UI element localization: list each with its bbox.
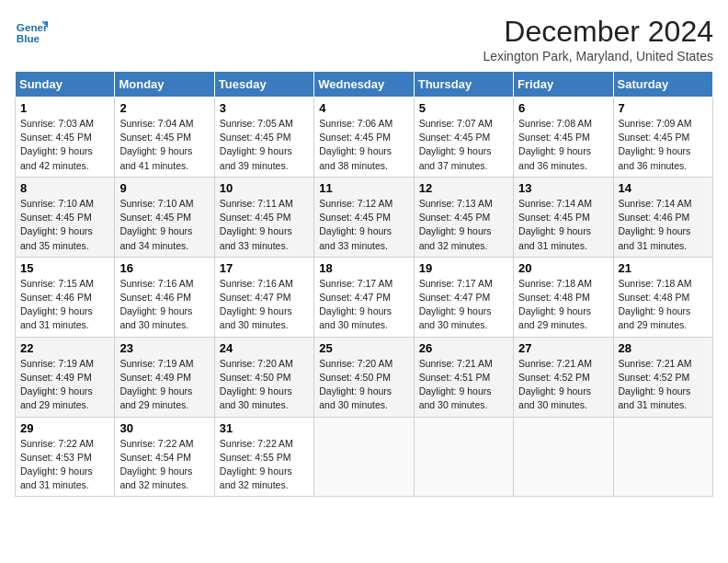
day-info: Sunrise: 7:19 AM Sunset: 4:49 PM Dayligh…: [20, 357, 109, 413]
logo-icon: General Blue: [15, 15, 48, 48]
day-info: Sunrise: 7:16 AM Sunset: 4:47 PM Dayligh…: [220, 277, 309, 333]
calendar-cell: 13 Sunrise: 7:14 AM Sunset: 4:45 PM Dayl…: [514, 177, 613, 257]
calendar-table: SundayMondayTuesdayWednesdayThursdayFrid…: [15, 71, 713, 497]
day-info: Sunrise: 7:17 AM Sunset: 4:47 PM Dayligh…: [319, 277, 408, 333]
day-number: 5: [419, 101, 508, 115]
day-number: 13: [518, 181, 608, 195]
day-number: 27: [518, 341, 608, 355]
calendar-cell: 18 Sunrise: 7:17 AM Sunset: 4:47 PM Dayl…: [314, 257, 414, 337]
day-number: 31: [220, 421, 309, 435]
calendar-cell: 25 Sunrise: 7:20 AM Sunset: 4:50 PM Dayl…: [314, 337, 414, 417]
calendar-cell: 28 Sunrise: 7:21 AM Sunset: 4:52 PM Dayl…: [613, 337, 712, 417]
day-number: 25: [319, 341, 408, 355]
day-number: 14: [619, 181, 708, 195]
day-info: Sunrise: 7:14 AM Sunset: 4:46 PM Dayligh…: [619, 197, 708, 253]
day-info: Sunrise: 7:14 AM Sunset: 4:45 PM Dayligh…: [518, 197, 608, 253]
calendar-cell: [314, 417, 414, 497]
calendar-cell: 15 Sunrise: 7:15 AM Sunset: 4:46 PM Dayl…: [16, 257, 115, 337]
calendar-cell: 20 Sunrise: 7:18 AM Sunset: 4:48 PM Dayl…: [514, 257, 613, 337]
calendar-cell: 4 Sunrise: 7:06 AM Sunset: 4:45 PM Dayli…: [314, 98, 414, 178]
calendar-cell: [613, 417, 712, 497]
day-number: 22: [20, 341, 109, 355]
calendar-cell: 19 Sunrise: 7:17 AM Sunset: 4:47 PM Dayl…: [414, 257, 513, 337]
header-sunday: Sunday: [16, 72, 115, 98]
day-info: Sunrise: 7:22 AM Sunset: 4:53 PM Dayligh…: [20, 437, 109, 493]
calendar-cell: 5 Sunrise: 7:07 AM Sunset: 4:45 PM Dayli…: [414, 98, 513, 178]
calendar-week-row: 29 Sunrise: 7:22 AM Sunset: 4:53 PM Dayl…: [16, 417, 713, 497]
day-number: 21: [619, 261, 708, 275]
month-title: December 2024: [483, 15, 713, 49]
calendar-cell: 23 Sunrise: 7:19 AM Sunset: 4:49 PM Dayl…: [115, 337, 214, 417]
day-number: 6: [518, 101, 608, 115]
title-area: December 2024 Lexington Park, Maryland, …: [483, 15, 713, 63]
header-saturday: Saturday: [613, 72, 712, 98]
calendar-cell: 14 Sunrise: 7:14 AM Sunset: 4:46 PM Dayl…: [613, 177, 712, 257]
day-number: 9: [119, 181, 209, 195]
calendar-cell: 17 Sunrise: 7:16 AM Sunset: 4:47 PM Dayl…: [214, 257, 313, 337]
calendar-cell: 6 Sunrise: 7:08 AM Sunset: 4:45 PM Dayli…: [514, 98, 613, 178]
day-info: Sunrise: 7:08 AM Sunset: 4:45 PM Dayligh…: [518, 117, 608, 173]
day-number: 24: [220, 341, 309, 355]
day-info: Sunrise: 7:20 AM Sunset: 4:50 PM Dayligh…: [319, 357, 408, 413]
day-info: Sunrise: 7:21 AM Sunset: 4:51 PM Dayligh…: [419, 357, 508, 413]
page-header: General Blue December 2024 Lexington Par…: [15, 15, 713, 63]
day-info: Sunrise: 7:12 AM Sunset: 4:45 PM Dayligh…: [319, 197, 408, 253]
day-number: 23: [119, 341, 209, 355]
day-info: Sunrise: 7:11 AM Sunset: 4:45 PM Dayligh…: [220, 197, 309, 253]
calendar-cell: 29 Sunrise: 7:22 AM Sunset: 4:53 PM Dayl…: [16, 417, 115, 497]
day-number: 1: [20, 101, 109, 115]
day-info: Sunrise: 7:09 AM Sunset: 4:45 PM Dayligh…: [619, 117, 708, 173]
header-tuesday: Tuesday: [214, 72, 313, 98]
calendar-cell: 2 Sunrise: 7:04 AM Sunset: 4:45 PM Dayli…: [115, 98, 214, 178]
day-number: 7: [619, 101, 708, 115]
calendar-cell: 26 Sunrise: 7:21 AM Sunset: 4:51 PM Dayl…: [414, 337, 513, 417]
header-thursday: Thursday: [414, 72, 513, 98]
day-number: 8: [20, 181, 109, 195]
calendar-week-row: 15 Sunrise: 7:15 AM Sunset: 4:46 PM Dayl…: [16, 257, 713, 337]
header-wednesday: Wednesday: [314, 72, 414, 98]
svg-text:Blue: Blue: [17, 32, 40, 44]
calendar-cell: 10 Sunrise: 7:11 AM Sunset: 4:45 PM Dayl…: [214, 177, 313, 257]
calendar-cell: 31 Sunrise: 7:22 AM Sunset: 4:55 PM Dayl…: [214, 417, 313, 497]
day-info: Sunrise: 7:21 AM Sunset: 4:52 PM Dayligh…: [619, 357, 708, 413]
day-info: Sunrise: 7:10 AM Sunset: 4:45 PM Dayligh…: [119, 197, 209, 253]
calendar-cell: 30 Sunrise: 7:22 AM Sunset: 4:54 PM Dayl…: [115, 417, 214, 497]
day-number: 4: [319, 101, 408, 115]
calendar-cell: [414, 417, 513, 497]
calendar-header-row: SundayMondayTuesdayWednesdayThursdayFrid…: [16, 72, 713, 98]
day-info: Sunrise: 7:18 AM Sunset: 4:48 PM Dayligh…: [518, 277, 608, 333]
day-number: 2: [119, 101, 209, 115]
calendar-cell: 27 Sunrise: 7:21 AM Sunset: 4:52 PM Dayl…: [514, 337, 613, 417]
calendar-cell: 3 Sunrise: 7:05 AM Sunset: 4:45 PM Dayli…: [214, 98, 313, 178]
day-info: Sunrise: 7:03 AM Sunset: 4:45 PM Dayligh…: [20, 117, 109, 173]
day-info: Sunrise: 7:07 AM Sunset: 4:45 PM Dayligh…: [419, 117, 508, 173]
location-label: Lexington Park, Maryland, United States: [483, 49, 713, 63]
day-number: 19: [419, 261, 508, 275]
calendar-cell: [514, 417, 613, 497]
day-number: 20: [518, 261, 608, 275]
day-number: 11: [319, 181, 408, 195]
calendar-cell: 7 Sunrise: 7:09 AM Sunset: 4:45 PM Dayli…: [613, 98, 712, 178]
calendar-cell: 24 Sunrise: 7:20 AM Sunset: 4:50 PM Dayl…: [214, 337, 313, 417]
day-info: Sunrise: 7:18 AM Sunset: 4:48 PM Dayligh…: [619, 277, 708, 333]
calendar-cell: 22 Sunrise: 7:19 AM Sunset: 4:49 PM Dayl…: [16, 337, 115, 417]
calendar-week-row: 1 Sunrise: 7:03 AM Sunset: 4:45 PM Dayli…: [16, 98, 713, 178]
day-number: 10: [220, 181, 309, 195]
day-info: Sunrise: 7:16 AM Sunset: 4:46 PM Dayligh…: [119, 277, 209, 333]
day-number: 26: [419, 341, 508, 355]
calendar-cell: 12 Sunrise: 7:13 AM Sunset: 4:45 PM Dayl…: [414, 177, 513, 257]
day-number: 18: [319, 261, 408, 275]
logo: General Blue: [15, 15, 48, 48]
header-friday: Friday: [514, 72, 613, 98]
day-info: Sunrise: 7:10 AM Sunset: 4:45 PM Dayligh…: [20, 197, 109, 253]
day-info: Sunrise: 7:13 AM Sunset: 4:45 PM Dayligh…: [419, 197, 508, 253]
day-info: Sunrise: 7:21 AM Sunset: 4:52 PM Dayligh…: [518, 357, 608, 413]
day-number: 28: [619, 341, 708, 355]
day-info: Sunrise: 7:22 AM Sunset: 4:55 PM Dayligh…: [220, 437, 309, 493]
day-info: Sunrise: 7:20 AM Sunset: 4:50 PM Dayligh…: [220, 357, 309, 413]
day-number: 3: [220, 101, 309, 115]
day-number: 17: [220, 261, 309, 275]
day-number: 12: [419, 181, 508, 195]
calendar-week-row: 8 Sunrise: 7:10 AM Sunset: 4:45 PM Dayli…: [16, 177, 713, 257]
day-info: Sunrise: 7:15 AM Sunset: 4:46 PM Dayligh…: [20, 277, 109, 333]
